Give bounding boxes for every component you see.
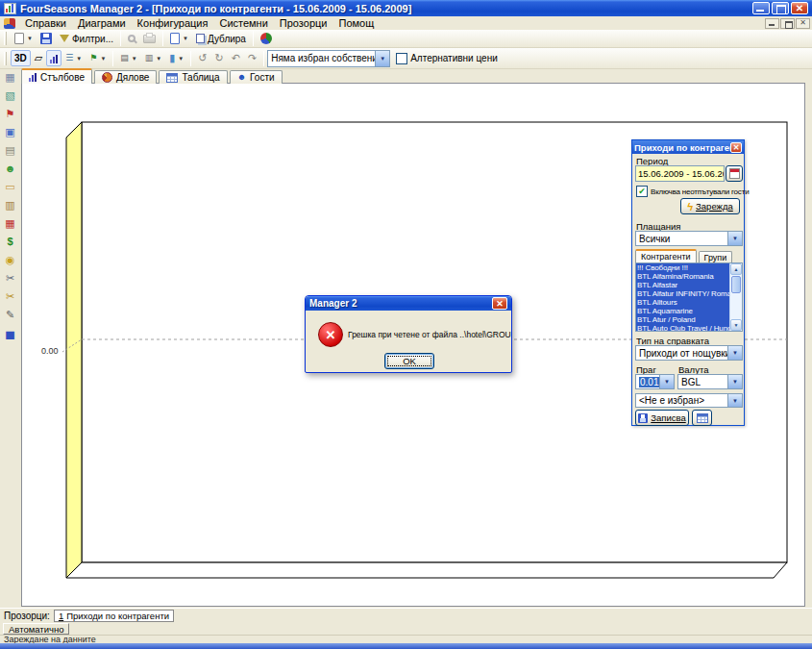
- menu-configuration[interactable]: Конфигурация: [132, 16, 214, 30]
- price-table-icon[interactable]: ▦: [3, 215, 18, 231]
- alt-prices-checkbox[interactable]: [396, 53, 407, 64]
- tab-guests[interactable]: ☻ Гости: [230, 70, 283, 84]
- statistics-button[interactable]: [257, 31, 276, 47]
- window-toggle-button[interactable]: 1 Приходи по контрагенти: [54, 610, 174, 622]
- save-report-button[interactable]: Записва: [635, 410, 689, 426]
- vertical-grid-icon: ▥: [145, 53, 154, 63]
- error-dialog: Manager 2 ✕ ✕ Грешка при четене от файла…: [305, 295, 512, 373]
- chevron-down-icon: ▼: [27, 36, 33, 41]
- list-item[interactable]: BTL Auto Club Travel / Hungary: [636, 324, 729, 331]
- report-photo-icon[interactable]: ▧: [3, 87, 18, 103]
- bar-labels-button[interactable]: [46, 50, 62, 66]
- currency-select[interactable]: BGL ▼: [677, 374, 743, 389]
- rotate-ccw-button[interactable]: ↺: [194, 50, 210, 66]
- counterparties-list[interactable]: !!! Свободни !!! BTL Alfamina/Romania BT…: [635, 262, 743, 332]
- list-item[interactable]: BTL Aquamarine: [636, 307, 729, 315]
- filters-button[interactable]: Филтри...: [56, 31, 117, 47]
- list-item[interactable]: BTL Alltours: [636, 298, 729, 307]
- menu-reports[interactable]: Справки: [19, 16, 72, 30]
- child-minimize-button[interactable]: [765, 18, 779, 29]
- child-window-icon[interactable]: [4, 18, 15, 29]
- windows-label: Прозорци:: [4, 611, 50, 621]
- automatic-button[interactable]: Автоматично: [3, 623, 69, 635]
- discount-icon[interactable]: ✂: [3, 288, 18, 304]
- list-item[interactable]: BTL Alfamina/Romania: [636, 272, 729, 281]
- rotate-cw-button[interactable]: ↻: [211, 50, 228, 66]
- include-guests-checkbox[interactable]: ✔ Включва неотпътували гости: [636, 186, 749, 197]
- panel-title-bar[interactable]: Приходи по контрагенти ✕: [632, 140, 744, 154]
- tab-counterparties[interactable]: Контрагенти: [635, 249, 697, 262]
- print-button[interactable]: [139, 31, 160, 47]
- child-close-button[interactable]: [796, 18, 810, 29]
- pie-chart-icon: [102, 72, 112, 83]
- vertical-grid-button[interactable]: ▥▼: [141, 50, 165, 66]
- load-button[interactable]: ϟ Зарежда: [680, 198, 740, 214]
- cash-register-icon[interactable]: ▥: [3, 197, 18, 212]
- save-icon: [40, 33, 52, 44]
- dialog-title-bar[interactable]: Manager 2 ✕: [306, 296, 511, 311]
- export-button[interactable]: ▼: [166, 31, 192, 47]
- close-button[interactable]: [791, 2, 808, 14]
- period-date-field[interactable]: 15.06.2009 - 15.06.2009: [635, 165, 725, 182]
- restore-button[interactable]: [772, 2, 789, 14]
- chart-icon[interactable]: ▅: [3, 325, 18, 340]
- flag-icon[interactable]: ⚑: [3, 106, 18, 121]
- marks-button[interactable]: ⚑▼: [86, 50, 110, 66]
- duplicate-label: Дублира: [208, 34, 246, 44]
- menu-help[interactable]: Помощ: [332, 16, 380, 30]
- list-item[interactable]: BTL Alfatur INFINITY/ Romania: [636, 289, 729, 298]
- calendar-button[interactable]: [726, 165, 743, 182]
- tab-table[interactable]: Таблица: [159, 70, 227, 84]
- save-button[interactable]: [37, 31, 56, 47]
- edit-document-icon[interactable]: ✎: [3, 307, 18, 322]
- legend-button[interactable]: ☰▼: [62, 50, 86, 66]
- minimize-button[interactable]: [752, 2, 770, 14]
- tab-groups[interactable]: Групи: [699, 251, 733, 262]
- coins-icon[interactable]: ◉: [3, 252, 18, 267]
- owners-select[interactable]: Няма избран собственици ▼: [267, 50, 390, 67]
- dollar-icon[interactable]: $: [3, 234, 18, 249]
- spin-left-button[interactable]: ↶: [228, 50, 244, 66]
- tab-columns[interactable]: Стълбове: [21, 68, 92, 84]
- payments-select[interactable]: Всички ▼: [635, 231, 743, 246]
- table-view-button[interactable]: [692, 410, 712, 426]
- menu-system[interactable]: Системни: [213, 16, 273, 30]
- duplicate-button[interactable]: Дублира: [192, 31, 250, 47]
- guests-icon[interactable]: ☻: [3, 161, 18, 176]
- panel-close-button[interactable]: ✕: [730, 142, 742, 153]
- scroll-down-icon[interactable]: ▼: [730, 319, 742, 331]
- scrollbar-thumb[interactable]: [731, 276, 741, 293]
- list-item[interactable]: BTL Atur / Poland: [636, 315, 729, 324]
- document-icon[interactable]: ▤: [3, 142, 18, 158]
- table-icon: [697, 413, 708, 423]
- cut-rate-icon[interactable]: ✂: [3, 270, 18, 286]
- toolbar-grip[interactable]: [4, 32, 7, 45]
- list-item[interactable]: !!! Свободни !!!: [636, 263, 729, 272]
- menu-diagrams[interactable]: Диаграми: [72, 16, 132, 30]
- tab-shares-label: Дялове: [116, 72, 149, 83]
- bar-style-button[interactable]: ▮▼: [165, 50, 187, 66]
- child-restore-button[interactable]: [780, 18, 795, 29]
- scroll-up-icon[interactable]: ▲: [730, 263, 742, 275]
- chevron-down-icon: ▼: [76, 56, 82, 62]
- calendar-pages-icon[interactable]: ▦: [3, 69, 18, 85]
- toolbar-grip[interactable]: [4, 52, 7, 65]
- print-preview-button[interactable]: [124, 31, 139, 47]
- menu-windows[interactable]: Прозорци: [274, 16, 333, 30]
- hotel-select[interactable]: <Не е избран> ▼: [635, 393, 743, 408]
- new-report-button[interactable]: ▼: [11, 31, 37, 47]
- window-report-icon[interactable]: ▣: [3, 124, 18, 139]
- folder-reports-icon[interactable]: ▭: [3, 179, 18, 194]
- spin-right-button[interactable]: ↷: [244, 50, 260, 66]
- tab-shares[interactable]: Дялове: [94, 70, 157, 84]
- toggle-3d-button[interactable]: 3D: [11, 50, 31, 66]
- horizontal-grid-button[interactable]: ▤▼: [116, 50, 140, 66]
- report-type-select[interactable]: Приходи от нощувки ▼: [635, 345, 743, 361]
- list-scrollbar[interactable]: ▲ ▼: [729, 263, 742, 331]
- dialog-close-button[interactable]: ✕: [492, 297, 507, 310]
- ok-button[interactable]: OK: [384, 353, 434, 369]
- perspective-button[interactable]: ▱: [31, 50, 46, 66]
- title-bar[interactable]: FourSeasons Manager 2 - [Приходи по конт…: [0, 0, 812, 16]
- threshold-select[interactable]: 0.01 ▼: [635, 374, 675, 389]
- list-item[interactable]: BTL Alfastar: [636, 281, 729, 289]
